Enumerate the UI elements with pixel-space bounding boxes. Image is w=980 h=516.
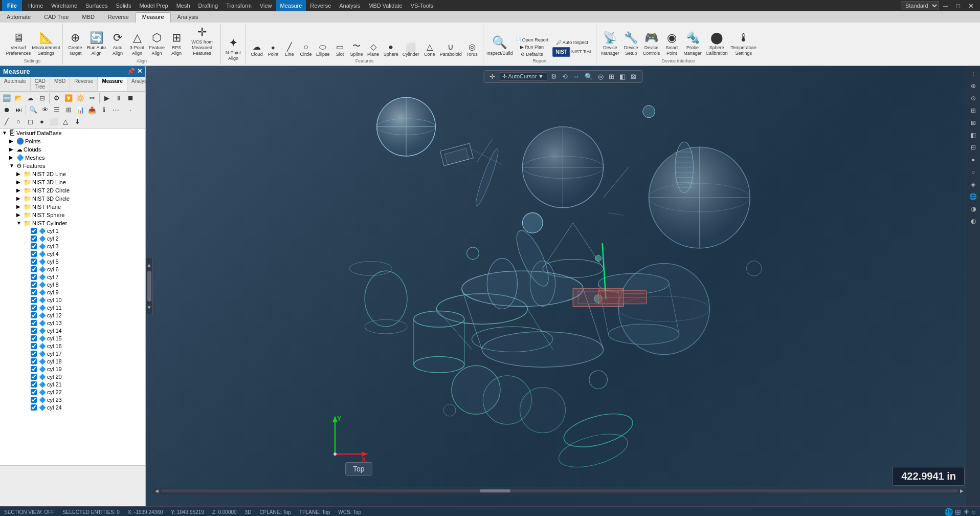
rt-btn-12[interactable]: ◑	[968, 203, 979, 214]
rt-btn-11[interactable]: 🌐	[968, 191, 979, 202]
inspect-build-button[interactable]: 🔍 Inspect/Build	[486, 34, 513, 57]
rt-btn-6[interactable]: ◧	[968, 130, 979, 141]
create-target-button[interactable]: ⊕ CreateTarget	[66, 30, 84, 57]
standard-select[interactable]: Standard	[901, 1, 939, 10]
temperature-settings-button[interactable]: 🌡 TemperatureSettings	[730, 30, 757, 57]
tree-item-cyl23[interactable]: 🔷cyl 23	[0, 396, 145, 404]
tree-item-cyl12[interactable]: 🔷cyl 12	[0, 312, 145, 319]
panel-close-icon[interactable]: ✕	[137, 68, 142, 75]
paraboloid-button[interactable]: ∪ Paraboloid	[438, 41, 463, 57]
cylinder-tool[interactable]: ⬜	[48, 116, 59, 127]
tree-item-cyl11[interactable]: 🔷cyl 11	[0, 304, 145, 312]
smart-point-button[interactable]: ◉ SmartPoint	[662, 30, 681, 57]
drafting-menu[interactable]: Drafting	[194, 0, 222, 11]
tab-reverse-panel[interactable]: Reverse	[70, 77, 98, 91]
rt-btn-10[interactable]: ◈	[968, 179, 979, 190]
tab-mbd-panel[interactable]: MBD	[50, 77, 70, 91]
measure-menu[interactable]: Measure	[276, 0, 306, 11]
mesh-menu[interactable]: Mesh	[172, 0, 194, 11]
rt-btn-3[interactable]: ⊙	[968, 93, 979, 104]
tab-cad-tree[interactable]: CAD Tree	[37, 12, 75, 23]
point-tool[interactable]: ·	[125, 104, 136, 116]
wcs-from-button[interactable]: ✛ WCS fromMeasured Features	[187, 25, 217, 57]
open-btn[interactable]: 📂	[13, 93, 24, 104]
cloud-button[interactable]: ☁ Cloud	[249, 41, 264, 57]
cylinder-button[interactable]: ⬜ Cylinder	[401, 41, 421, 57]
surfaces-menu[interactable]: Surfaces	[81, 0, 112, 11]
tree-item-cyl19[interactable]: 🔷cyl 19	[0, 365, 145, 373]
tree-item-cyl2[interactable]: 🔷cyl 2	[0, 235, 145, 243]
more-btn[interactable]: ⋯	[110, 104, 121, 116]
tab-mbd[interactable]: MBD	[75, 12, 101, 23]
tree-item-clouds[interactable]: ▶☁Clouds	[0, 145, 145, 154]
device-controls-button[interactable]: 🎮 DeviceControls	[641, 30, 662, 57]
tab-measure[interactable]: Measure	[136, 12, 171, 23]
tab-measure-panel[interactable]: Measure	[98, 77, 127, 91]
settings-btn[interactable]: ⚙	[51, 93, 62, 104]
hscroll-thumb[interactable]	[480, 489, 510, 492]
torus-button[interactable]: ◎ Torus	[464, 41, 480, 57]
tree-item-nist-2d-circle[interactable]: ▶📁NIST 2D Circle	[0, 186, 145, 195]
zoom-btn[interactable]: 🔍	[28, 104, 39, 116]
ellipse-button[interactable]: ⬭ Ellipse	[315, 42, 331, 57]
chart-btn[interactable]: 📊	[75, 104, 86, 116]
rt-btn-9[interactable]: ○	[968, 166, 979, 178]
circle-button[interactable]: ○ Circle	[298, 42, 314, 57]
point-button[interactable]: ⬥ Point	[265, 42, 281, 57]
vp-tool-8[interactable]: ⊠	[629, 72, 638, 81]
tree-item-cyl20[interactable]: 🔷cyl 20	[0, 373, 145, 381]
export-btn[interactable]: 📤	[86, 104, 98, 116]
tree-item-cyl14[interactable]: 🔷cyl 14	[0, 327, 145, 335]
vp-left-scroll[interactable]: ▲ ▼	[146, 258, 153, 314]
rt-btn-7[interactable]: ⊟	[968, 142, 979, 153]
hscroll-right-btn[interactable]: ▶	[960, 488, 964, 493]
view-btn[interactable]: 👁	[39, 104, 51, 116]
viewport[interactable]: ✛ ✛ AutoCursor ▼ ⚙ ⟲ ↔ 🔍 ◎ ⊞ ◧ ⊠	[146, 66, 980, 506]
filter-btn[interactable]: 🔽	[63, 93, 74, 104]
list-btn[interactable]: ☰	[51, 104, 62, 116]
highlight-btn[interactable]: 🔆	[75, 93, 86, 104]
new-btn[interactable]: 🆕	[1, 93, 12, 104]
panel-pin-icon[interactable]: 📌	[127, 68, 135, 75]
collapse-btn[interactable]: ⊟	[36, 93, 48, 104]
tab-cad-tree[interactable]: CAD Tree	[31, 77, 50, 91]
minimize-btn[interactable]: ─	[939, 0, 952, 11]
maximize-btn[interactable]: □	[952, 0, 964, 11]
arrow-tool[interactable]: ⬇	[72, 116, 83, 127]
auto-align-button[interactable]: ⟳ AutoAlign	[108, 30, 127, 57]
tree-container[interactable]: ▼🗄Verisurf DataBase▶🔵Points▶☁Clouds▶🔷Mes…	[0, 129, 145, 465]
analysis-menu[interactable]: Analysis	[335, 0, 364, 11]
vp-tool-7[interactable]: ◧	[618, 72, 627, 81]
run-auto-align-button[interactable]: 🔄 Run AutoAlign	[85, 30, 107, 57]
auto-inspect-button[interactable]: 🔎 Auto Inspect	[551, 39, 593, 46]
vp-tool-2[interactable]: ⟲	[561, 72, 569, 81]
measurement-settings-button[interactable]: 📐 MeasurementSettings	[33, 30, 59, 57]
spline-button[interactable]: 〜 Spline	[349, 40, 365, 57]
device-setup-button[interactable]: 🔧 DeviceSetup	[622, 30, 640, 57]
scroll-bar[interactable]	[147, 271, 151, 302]
tree-item-nist-2d-line[interactable]: ▶📁NIST 2D Line	[0, 170, 145, 178]
tree-item-cyl1[interactable]: 🔷cyl 1	[0, 227, 145, 235]
tree-item-meshes[interactable]: ▶🔷Meshes	[0, 154, 145, 162]
line-button[interactable]: ╱ Line	[282, 41, 297, 57]
rt-btn-4[interactable]: ⊞	[968, 105, 979, 116]
scroll-down-btn[interactable]: ▼	[147, 305, 152, 310]
tab-analysis[interactable]: Analysis	[171, 12, 205, 23]
vp-tool-3[interactable]: ↔	[571, 72, 581, 81]
tree-root[interactable]: ▼🗄Verisurf DataBase	[0, 129, 145, 137]
tree-item-nist-3d-circle[interactable]: ▶📁NIST 3D Circle	[0, 195, 145, 203]
vp-tool-1[interactable]: ⚙	[549, 72, 559, 81]
cursor-mode-btn[interactable]: ✛	[488, 72, 497, 81]
play-btn[interactable]: ▶	[101, 93, 113, 104]
probe-manager-button[interactable]: 🔩 ProbeManager	[682, 30, 703, 57]
plane-button[interactable]: ◇ Plane	[366, 41, 381, 57]
nist-test-button[interactable]: NIST NIST Test	[551, 47, 593, 57]
rt-btn-1[interactable]: ↕	[968, 68, 979, 79]
tree-item-cyl15[interactable]: 🔷cyl 15	[0, 335, 145, 342]
tree-item-cyl5[interactable]: 🔷cyl 5	[0, 258, 145, 266]
vp-tool-4[interactable]: 🔍	[583, 72, 594, 81]
tree-item-nist-plane[interactable]: ▶📁NIST Plane	[0, 203, 145, 211]
vp-tool-6[interactable]: ⊞	[607, 72, 616, 81]
tree-item-nist-sphere[interactable]: ▶📁NIST Sphere	[0, 211, 145, 219]
rt-btn-2[interactable]: ⊕	[968, 80, 979, 92]
